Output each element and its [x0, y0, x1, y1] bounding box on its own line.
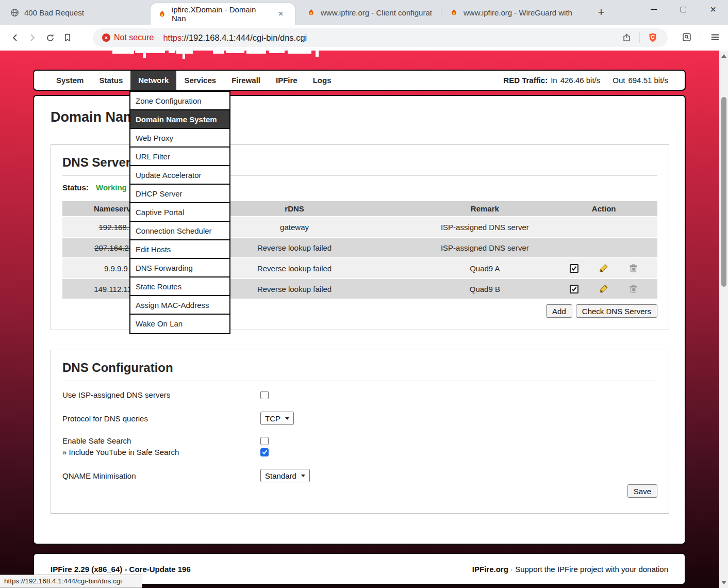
check-dns-servers-button[interactable]: Check DNS Servers [576, 304, 657, 318]
action-cell [550, 237, 657, 258]
logo-fragment [226, 51, 244, 53]
menu-item-url-filter[interactable]: URL Filter [130, 148, 229, 166]
logo-fragment [213, 51, 224, 54]
tab-separator [587, 7, 587, 18]
tab-ipfire-client-config[interactable]: www.ipfire.org - Client configurati [302, 0, 437, 25]
bookmark-button[interactable] [59, 29, 76, 46]
globe-icon [10, 8, 19, 17]
menu-item-dhcp-server[interactable]: DHCP Server [130, 185, 229, 203]
link-status-tooltip: https://192.168.4.1:444/cgi-bin/dns.cgi [0, 575, 142, 588]
menu-item-domain-name-system[interactable]: Domain Name System [130, 110, 229, 129]
logo-fragment [112, 51, 134, 54]
traffic-in-label: In [551, 76, 557, 85]
enable-checkbox[interactable] [570, 264, 578, 273]
col-header-action: Action [550, 201, 657, 217]
sidebar-search-button[interactable] [678, 28, 696, 46]
dns-configuration-heading: DNS Configuration [62, 361, 657, 375]
tab-ipfire-wireguard[interactable]: www.ipfire.org - WireGuard with V [444, 0, 577, 25]
edit-pencil-icon[interactable] [599, 264, 608, 273]
remark-cell: Quad9 A [419, 258, 550, 279]
nav-item-system[interactable]: System [48, 71, 91, 90]
ipfire-flame-icon [450, 8, 458, 17]
nav-item-ipfire[interactable]: IPFire [268, 71, 305, 90]
nav-item-logs[interactable]: Logs [305, 71, 339, 90]
tab-title: 400 Bad Request [24, 8, 84, 17]
ipfire-flame-icon [158, 10, 167, 19]
menu-item-update-accelerator[interactable]: Update Accelerator [130, 166, 229, 185]
qname-select-value: Standard [265, 471, 296, 480]
menu-button[interactable] [706, 28, 724, 46]
window-minimize-button[interactable] [642, 0, 666, 19]
brave-shield-icon [648, 32, 658, 43]
logo-fragment [183, 51, 185, 59]
window-maximize-button[interactable] [671, 0, 695, 19]
menu-item-connection-scheduler[interactable]: Connection Scheduler [130, 222, 229, 240]
menu-item-captive-portal[interactable]: Captive Portal [130, 203, 229, 222]
logo-fragment [169, 51, 175, 53]
traffic-out-label: Out [613, 76, 625, 85]
protocol-select-value: TCP [265, 414, 280, 423]
menu-item-web-proxy[interactable]: Web Proxy [130, 129, 229, 148]
footer-brand-link[interactable]: IPFire.org [472, 565, 508, 574]
menu-item-zone-configuration[interactable]: Zone Configuration [130, 92, 229, 110]
footer-separator: · [510, 565, 513, 574]
network-dropdown-menu: Zone Configuration Domain Name System We… [129, 91, 230, 334]
remark-cell: Quad9 B [419, 279, 550, 299]
hamburger-icon [710, 32, 720, 42]
config-row-isp-dns: Use ISP-assigned DNS servers [62, 390, 657, 399]
window-close-button[interactable]: × [701, 0, 725, 19]
page-scrollbar[interactable] [719, 51, 728, 588]
scrollbar-up-arrow[interactable] [719, 52, 728, 60]
protocol-select[interactable]: TCP [260, 412, 294, 425]
menu-item-dns-forwarding[interactable]: DNS Forwarding [130, 259, 229, 277]
field-label: » Include YouTube in Safe Search [62, 448, 260, 456]
scrollbar-down-arrow[interactable] [719, 578, 728, 587]
tab-active-ipfire-dns[interactable]: ipfire.XDomain - Domain Nan × [151, 3, 295, 25]
add-button[interactable]: Add [546, 304, 572, 318]
qname-select[interactable]: Standard [260, 469, 310, 482]
enable-safe-search-checkbox[interactable] [260, 437, 269, 445]
save-button[interactable]: Save [627, 484, 657, 498]
logo-fragment [135, 51, 165, 53]
red-traffic-readout: RED Traffic: In 426.46 bit/s Out 694.51 … [503, 71, 685, 90]
nav-item-firewall[interactable]: Firewall [224, 71, 268, 90]
dns-configuration-panel: DNS Configuration Use ISP-assigned DNS s… [51, 350, 669, 514]
new-tab-button[interactable]: + [594, 5, 608, 20]
delete-trash-icon[interactable] [629, 264, 638, 273]
forward-button[interactable] [24, 29, 41, 46]
logo-fragment [269, 51, 285, 53]
delete-trash-icon[interactable] [629, 284, 638, 293]
share-button[interactable] [618, 29, 635, 46]
brave-shield-button[interactable] [644, 29, 661, 46]
footer-donation-link[interactable]: Support the IPFire project with your don… [515, 565, 668, 574]
menu-item-assign-mac-address[interactable]: Assign MAC-Address [130, 296, 229, 315]
back-button[interactable] [6, 29, 24, 46]
browser-toolbar: × Not secure https://192.168.4.1:444/cgi… [0, 25, 728, 51]
edit-pencil-icon[interactable] [599, 284, 608, 293]
menu-item-edit-hosts[interactable]: Edit Hosts [130, 240, 229, 259]
nav-item-network[interactable]: Network [130, 71, 176, 90]
use-isp-dns-checkbox[interactable] [260, 391, 269, 399]
youtube-safe-search-checkbox[interactable] [260, 448, 269, 456]
menu-item-static-routes[interactable]: Static Routes [130, 277, 229, 296]
chevron-down-icon [285, 417, 289, 420]
field-label: Use ISP-assigned DNS servers [62, 390, 260, 399]
share-icon [622, 33, 632, 43]
tab-close-icon[interactable]: × [278, 9, 283, 19]
reload-button[interactable] [41, 29, 59, 46]
address-bar[interactable]: × Not secure https://192.168.4.1:444/cgi… [93, 28, 668, 47]
check-icon [571, 286, 577, 292]
chevron-down-icon [301, 475, 305, 477]
tab-bad-request[interactable]: 400 Bad Request [5, 0, 147, 25]
field-label: QNAME Minimisation [62, 471, 260, 480]
bookmark-icon [63, 33, 72, 42]
menu-item-wake-on-lan[interactable]: Wake On Lan [130, 315, 229, 333]
nav-item-services[interactable]: Services [176, 71, 224, 90]
scrollbar-thumb[interactable] [721, 97, 726, 287]
nav-item-status[interactable]: Status [91, 71, 130, 90]
not-secure-badge[interactable]: × Not secure [102, 33, 154, 42]
ipfire-page-background: System Status Network Services Firewall … [0, 51, 728, 588]
enable-checkbox[interactable] [570, 285, 578, 293]
col-header-remark: Remark [419, 201, 550, 217]
sidebar-search-icon [682, 32, 692, 42]
